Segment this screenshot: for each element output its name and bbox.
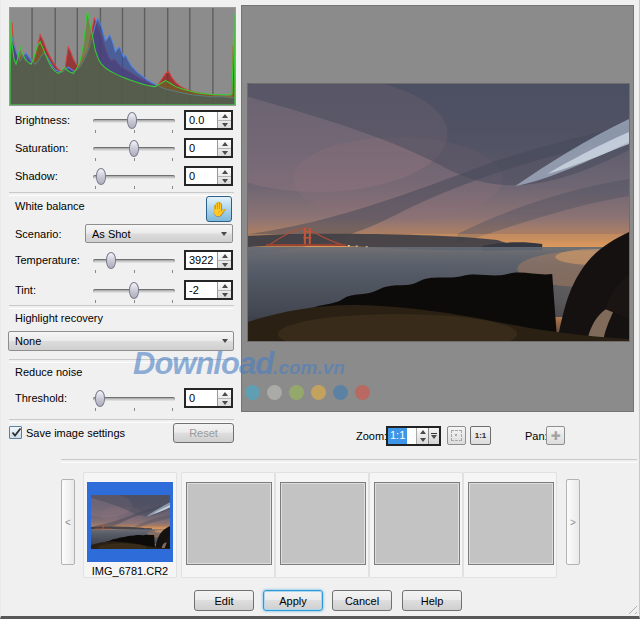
shadow-slider-thumb[interactable] [96,168,106,185]
shadow-spinner[interactable] [217,168,231,184]
threshold-value-input[interactable]: 0 [184,388,233,408]
raw-editor-dialog: Brightness: 0.0 Saturation: 0 Shadow: 0 [0,0,640,619]
threshold-slider-ticks [93,408,175,411]
shadow-value-input[interactable]: 0 [184,166,233,186]
saturation-spinner[interactable] [217,140,231,156]
temperature-spinner[interactable] [217,252,231,268]
brightness-label: Brightness: [15,114,70,126]
actual-size-button[interactable]: 1:1 [470,426,491,445]
threshold-label: Threshold: [15,392,67,404]
saturation-label: Saturation: [15,142,68,154]
preview-panel [241,5,634,412]
help-button[interactable]: Help [402,590,462,611]
save-image-settings-checkbox[interactable] [9,426,22,439]
spinner-up-icon[interactable] [222,114,228,118]
chevron-right-icon: > [570,517,576,528]
highlight-recovery-dropdown[interactable]: None [8,331,234,351]
thumbnail-placeholder [374,482,460,565]
pan-button[interactable]: ✚ [546,426,565,445]
tint-slider-thumb[interactable] [129,282,139,299]
separator [9,192,234,196]
fit-to-window-button[interactable] [447,426,466,445]
white-balance-title: White balance [15,200,85,212]
thumbnail-placeholder [468,482,554,565]
spinner-up-icon[interactable] [420,430,426,434]
brightness-value-input[interactable]: 0.0 [184,110,233,130]
pan-label: Pan: [525,430,548,442]
thumbnail-slot-empty [181,472,275,578]
spinner-down-icon[interactable] [222,151,228,155]
shadow-slider[interactable] [93,167,175,187]
shadow-label: Shadow: [15,170,58,182]
spinner-down-icon[interactable] [222,263,228,267]
spinner-down-icon[interactable] [222,123,228,127]
threshold-spinner[interactable] [217,390,231,406]
brightness-spinner[interactable] [217,112,231,128]
saturation-value-input[interactable]: 0 [184,138,233,158]
save-image-settings-label: Save image settings [26,427,125,439]
apply-button[interactable]: Apply [263,590,323,611]
thumbnail-slot-empty [369,472,463,578]
fit-icon [451,430,462,441]
brightness-slider-thumb[interactable] [127,112,137,129]
temperature-slider[interactable] [93,251,175,271]
separator [61,459,637,463]
scenario-label: Scenario: [15,228,61,240]
tint-value-input[interactable]: -2 [184,280,233,300]
threshold-slider-track[interactable] [93,397,175,401]
saturation-slider[interactable] [93,139,175,159]
separator [9,305,234,309]
spinner-up-icon[interactable] [222,254,228,258]
temperature-slider-thumb[interactable] [106,252,116,269]
edit-button[interactable]: Edit [194,590,254,611]
chevron-down-icon [221,232,227,236]
histogram [9,7,236,106]
scenario-dropdown[interactable]: As Shot [85,224,233,243]
resize-grip[interactable] [625,602,637,614]
reset-button[interactable]: Reset [173,423,234,443]
filmstrip-next-button[interactable]: > [566,479,580,565]
thumbnail-slot-empty [463,472,557,578]
spinner-down-icon[interactable] [420,438,426,442]
thumbnail-slot-empty [275,472,369,578]
zoom-label: Zoom: [356,430,387,442]
thumbnail-filename: IMG_6781.CR2 [84,565,176,577]
tint-slider[interactable] [93,281,175,301]
threshold-slider[interactable] [93,389,175,409]
zoom-spinner[interactable] [416,428,428,444]
zoom-level-combobox[interactable]: 1:1 [386,426,441,446]
spinner-up-icon[interactable] [222,142,228,146]
temperature-slider-ticks [93,270,175,273]
spinner-down-icon[interactable] [222,293,228,297]
cancel-button[interactable]: Cancel [332,590,392,611]
brightness-slider[interactable] [93,111,175,131]
highlight-recovery-title: Highlight recovery [15,312,103,324]
temperature-value-input[interactable]: 3922 [184,250,233,270]
tint-spinner[interactable] [217,282,231,298]
tint-slider-ticks [93,300,175,303]
preview-image [247,83,630,342]
chevron-left-icon: < [65,517,71,528]
chevron-down-icon [222,339,228,343]
shadow-slider-ticks [93,186,175,189]
chevron-down-icon [431,433,437,435]
zoom-dropdown-button[interactable] [428,428,439,444]
thumbnail-selected[interactable]: IMG_6781.CR2 [83,472,177,578]
spinner-up-icon[interactable] [222,170,228,174]
thumbnail-image[interactable] [91,495,170,549]
move-icon: ✚ [550,430,560,442]
spinner-up-icon[interactable] [222,392,228,396]
hand-icon: ✋ [210,201,227,217]
white-balance-picker-button[interactable]: ✋ [206,196,232,222]
filmstrip-prev-button[interactable]: < [61,479,75,565]
spinner-up-icon[interactable] [222,284,228,288]
tint-label: Tint: [15,284,36,296]
thumbnail-placeholder [186,482,272,565]
spinner-down-icon[interactable] [222,179,228,183]
check-icon [10,426,23,439]
saturation-slider-thumb[interactable] [129,140,139,157]
spinner-down-icon[interactable] [222,401,228,405]
brightness-slider-ticks [93,130,175,133]
reduce-noise-title: Reduce noise [15,366,82,378]
threshold-slider-thumb[interactable] [95,390,105,407]
